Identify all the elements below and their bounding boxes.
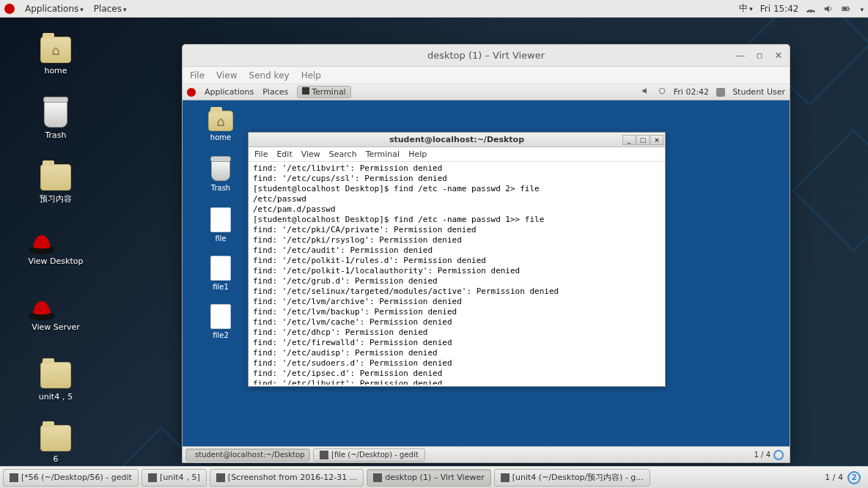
- terminal-titlebar[interactable]: student@localhost:~/Desktop _ □ ×: [249, 133, 665, 147]
- guest-icon-label: home: [199, 133, 243, 141]
- guest-top-panel: Applications Places Terminal Fri 02:42 S…: [183, 84, 790, 100]
- task-label: [*56 (~/Desktop/56) - gedit: [21, 473, 132, 482]
- guest-workspace-switcher-icon[interactable]: [773, 450, 784, 460]
- terminal-menubar: File Edit View Search Terminal Help: [249, 147, 665, 162]
- minimize-button[interactable]: —: [734, 49, 747, 62]
- guest-volume-icon[interactable]: [641, 86, 650, 97]
- host-task-button[interactable]: desktop (1) – Virt Viewer: [367, 469, 491, 487]
- redhat-logo-icon: [4, 4, 15, 14]
- ime-indicator[interactable]: 中▾: [739, 2, 753, 15]
- svg-point-0: [810, 11, 812, 12]
- battery-icon[interactable]: [841, 4, 851, 14]
- guest-terminal-taskbutton[interactable]: Terminal: [297, 86, 351, 98]
- host-task-button[interactable]: [Screenshot from 2016-12-31 ...: [210, 469, 364, 487]
- svg-rect-3: [843, 7, 847, 10]
- window-icon: [10, 473, 18, 482]
- desktop-icon-label: View Desktop: [26, 256, 85, 266]
- window-icon: [216, 473, 225, 482]
- virt-titlebar[interactable]: desktop (1) – Virt Viewer — ▫ ✕: [183, 45, 790, 67]
- folder-preview[interactable]: 预习内容: [26, 164, 85, 204]
- host-bottom-panel: [*56 (~/Desktop/56) - gedit[unit4，5][Scr…: [0, 466, 868, 488]
- trash[interactable]: Trash: [26, 100, 85, 140]
- host-task-button[interactable]: [unit4 (~/Desktop/预习内容) - g...: [494, 469, 650, 487]
- desktop-icon-label: 预习内容: [26, 193, 85, 204]
- clock[interactable]: Fri 15:42: [760, 4, 799, 14]
- guest-icon-label: file1: [199, 283, 243, 291]
- virt-menu-sendkey[interactable]: Send key: [249, 70, 290, 81]
- desktop-icon-label: 6: [26, 454, 85, 464]
- folder-6[interactable]: 6: [26, 425, 85, 464]
- window-icon: [148, 473, 157, 482]
- host-task-button[interactable]: [*56 (~/Desktop/56) - gedit: [3, 469, 139, 487]
- guest-places-menu[interactable]: Places: [262, 87, 288, 97]
- redhat-hat-icon: [26, 296, 57, 322]
- network-icon[interactable]: [806, 4, 816, 14]
- guest-file1[interactable]: file1: [199, 256, 243, 291]
- power-menu[interactable]: ▾: [858, 4, 864, 14]
- virt-menu-file[interactable]: File: [190, 70, 205, 81]
- desktop-icon-label: Trash: [26, 130, 85, 140]
- guest-file2[interactable]: file2: [199, 304, 243, 339]
- virt-viewer-window: desktop (1) – Virt Viewer — ▫ ✕ File Vie…: [182, 44, 790, 463]
- task-label: [unit4 (~/Desktop/预习内容) - g...: [512, 472, 644, 483]
- task-label: [file (~/Desktop) - gedit: [331, 451, 419, 459]
- guest-clock[interactable]: Fri 02:42: [674, 87, 709, 97]
- terminal-maximize-button[interactable]: □: [636, 135, 650, 145]
- host-workspace-badge[interactable]: 2: [847, 471, 861, 484]
- guest-network-icon[interactable]: [658, 86, 666, 97]
- guest-applications-menu[interactable]: Applications: [205, 87, 254, 97]
- desktop-icon-label: unit4，5: [26, 391, 85, 402]
- guest-task-button[interactable]: [file (~/Desktop) - gedit: [313, 448, 425, 462]
- guest-user-icon: [716, 88, 725, 97]
- virt-menu-view[interactable]: View: [216, 70, 237, 81]
- terminal-menu-view[interactable]: View: [301, 149, 320, 159]
- terminal-menu-edit[interactable]: Edit: [276, 149, 292, 159]
- terminal-title: student@localhost:~/Desktop: [389, 135, 524, 144]
- task-label: [Screenshot from 2016-12-31 ...: [228, 473, 357, 482]
- virt-title: desktop (1) – Virt Viewer: [427, 50, 545, 61]
- guest-terminal-window: student@localhost:~/Desktop _ □ × File E…: [248, 132, 666, 387]
- guest-file[interactable]: file: [199, 207, 243, 243]
- folder-unit4-5[interactable]: unit4，5: [26, 362, 85, 402]
- window-icon: [373, 473, 382, 482]
- task-label: [unit4，5]: [160, 472, 200, 483]
- terminal-close-button[interactable]: ×: [650, 135, 663, 145]
- terminal-menu-help[interactable]: Help: [408, 149, 427, 159]
- maximize-button[interactable]: ▫: [753, 49, 766, 62]
- task-label: desktop (1) – Virt Viewer: [385, 473, 485, 482]
- task-label: student@localhost:~/Desktop: [195, 451, 304, 459]
- guest-trash[interactable]: Trash: [199, 159, 243, 192]
- volume-icon[interactable]: [823, 4, 834, 14]
- guest-bottom-panel: student@localhost:~/Desktop[file (~/Desk…: [183, 446, 790, 462]
- desktop-icon-label: View Server: [26, 322, 85, 332]
- terminal-minimize-button[interactable]: _: [622, 135, 636, 145]
- guest-home[interactable]: home: [199, 111, 243, 141]
- host-task-button[interactable]: [unit4，5]: [141, 469, 207, 487]
- terminal-menu-terminal[interactable]: Terminal: [366, 149, 400, 159]
- host-workspace-label: 1 / 4: [825, 473, 843, 482]
- home-folder[interactable]: home: [26, 37, 85, 75]
- virt-display[interactable]: Applications Places Terminal Fri 02:42 S…: [183, 84, 790, 462]
- virt-menu-help[interactable]: Help: [301, 70, 321, 81]
- svg-rect-2: [849, 8, 850, 10]
- view-server[interactable]: View Server: [26, 296, 85, 332]
- guest-desktop[interactable]: student@localhost:~/Desktop _ □ × File E…: [183, 100, 790, 446]
- applications-menu[interactable]: Applications▾: [25, 4, 84, 14]
- terminal-menu-file[interactable]: File: [254, 149, 268, 159]
- window-icon: [501, 473, 510, 482]
- desktop-icon-label: home: [26, 66, 85, 75]
- guest-icon-label: file2: [199, 331, 243, 339]
- window-icon: [320, 451, 328, 459]
- guest-redhat-icon: [187, 88, 196, 97]
- redhat-hat-icon: [26, 230, 57, 256]
- virt-menubar: File View Send key Help: [183, 67, 790, 84]
- terminal-menu-search[interactable]: Search: [329, 149, 357, 159]
- close-button[interactable]: ✕: [772, 49, 785, 62]
- host-top-panel: Applications▾ Places▾ 中▾ Fri 15:42 ▾: [0, 0, 868, 18]
- guest-user-menu[interactable]: Student User: [732, 87, 785, 97]
- view-desktop[interactable]: View Desktop: [26, 230, 85, 266]
- places-menu[interactable]: Places▾: [94, 4, 127, 14]
- guest-workspace-label: 1 / 4: [754, 451, 770, 459]
- terminal-output[interactable]: find: '/etc/libvirt': Permission denied …: [250, 162, 663, 385]
- guest-task-button[interactable]: student@localhost:~/Desktop: [185, 448, 310, 462]
